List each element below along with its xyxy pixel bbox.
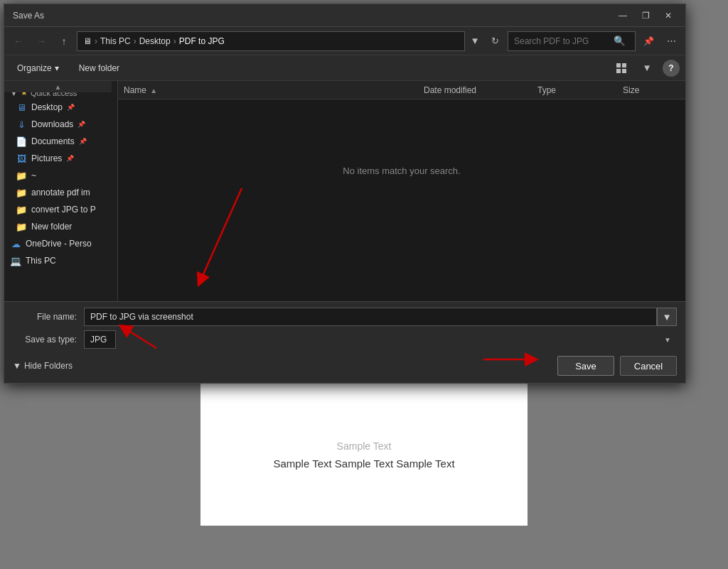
sidebar-newfolder-label: New folder (31, 222, 72, 232)
breadcrumb-sep3: › (173, 36, 176, 46)
restore-button[interactable]: ❐ (634, 4, 657, 27)
folder-icon-convert: 📁 (16, 204, 27, 215)
close-button[interactable]: ✕ (657, 4, 680, 27)
refresh-button[interactable]: ↻ (485, 31, 505, 51)
breadcrumb-desktop[interactable]: Desktop (139, 36, 171, 46)
column-size[interactable]: Size (623, 85, 680, 95)
action-buttons: Save Cancel (557, 356, 677, 376)
svg-rect-3 (622, 69, 626, 73)
hide-folders-label: Hide Folders (24, 361, 73, 371)
background-document: Sample Text Sample Text Sample Text Samp… (0, 376, 728, 569)
pictures-icon: 🖼 (16, 153, 27, 164)
sort-arrow-icon: ▲ (150, 87, 157, 94)
main-content: ▲ ▼ ★ Quick access 🖥 Desktop 📌 ⇓ Downloa… (4, 81, 685, 301)
filetype-select-wrapper: JPG PNG BMP TIFF ▼ (84, 330, 677, 349)
pin-icon-downloads: 📌 (77, 121, 85, 128)
sidebar-item-tilde[interactable]: 📁 ~ (4, 167, 117, 184)
sidebar-pictures-label: Pictures (31, 153, 62, 163)
more-options-button[interactable]: ⋯ (661, 31, 681, 51)
bottom-form: File name: ▼ Save as type: JPG PNG BMP T… (4, 301, 685, 383)
no-items-message: No items match your search. (118, 99, 685, 242)
documents-icon: 📄 (16, 136, 27, 147)
sidebar-item-thispc[interactable]: 💻 This PC (4, 252, 117, 269)
sidebar-scroll-up[interactable]: ▲ (4, 81, 112, 92)
breadcrumb-root-icon: 🖥 (83, 36, 92, 46)
filename-dropdown-button[interactable]: ▼ (657, 308, 677, 326)
organize-button[interactable]: Organize ▾ (10, 59, 66, 77)
svg-rect-2 (616, 69, 621, 73)
column-date-modified[interactable]: Date modified (424, 85, 537, 95)
view-toggle-button[interactable] (611, 58, 631, 78)
column-name[interactable]: Name ▲ (124, 85, 424, 95)
organize-arrow: ▾ (55, 63, 59, 73)
file-list: Name ▲ Date modified Type Size No items … (118, 81, 685, 301)
sidebar-downloads-label: Downloads (31, 119, 73, 129)
breadcrumb-current[interactable]: PDF to JPG (179, 36, 225, 46)
sidebar-item-downloads[interactable]: ⇓ Downloads 📌 (4, 116, 117, 133)
breadcrumb-sep1: › (95, 36, 97, 46)
filename-label: File name: (13, 312, 84, 322)
doc-faded-text: Sample Text (337, 440, 392, 452)
sidebar-desktop-label: Desktop (31, 102, 63, 112)
filetype-select[interactable]: JPG PNG BMP TIFF (84, 330, 116, 349)
addressbar: ← → ↑ 🖥 › This PC › Desktop › PDF to JPG… (4, 27, 685, 55)
onedrive-icon: ☁ (10, 238, 21, 249)
minimize-button[interactable]: — (611, 4, 634, 27)
column-type[interactable]: Type (537, 85, 623, 95)
sidebar-annotate-label: annotate pdf im (31, 188, 90, 197)
filename-row: File name: ▼ (13, 308, 677, 326)
sidebar: ▲ ▼ ★ Quick access 🖥 Desktop 📌 ⇓ Downloa… (4, 81, 118, 301)
nav-forward-button[interactable]: → (31, 31, 51, 51)
filename-input[interactable] (84, 308, 657, 326)
sidebar-thispc-label: This PC (26, 256, 56, 266)
hide-folders-button[interactable]: ▼ Hide Folders (13, 361, 73, 371)
sidebar-documents-label: Documents (31, 136, 75, 146)
document-paper: Sample Text Sample Text Sample Text Samp… (200, 384, 528, 526)
desktop-icon: 🖥 (16, 102, 27, 113)
breadcrumb-sep2: › (134, 36, 136, 46)
filetype-row: Save as type: JPG PNG BMP TIFF ▼ (13, 330, 677, 349)
file-list-header: Name ▲ Date modified Type Size (118, 81, 685, 99)
breadcrumb-dropdown-button[interactable]: ▼ (468, 31, 482, 51)
help-button[interactable]: ? (663, 60, 680, 77)
sidebar-item-newfolder[interactable]: 📁 New folder (4, 218, 117, 235)
titlebar-buttons: — ❐ ✕ (611, 4, 680, 27)
folder-icon-tilde: 📁 (16, 170, 27, 181)
pin-icon-desktop: 📌 (67, 104, 75, 111)
filetype-dropdown-arrow-icon: ▼ (664, 336, 671, 344)
sidebar-item-convert[interactable]: 📁 convert JPG to P (4, 201, 117, 218)
thispc-icon: 💻 (10, 255, 21, 266)
breadcrumb-bar[interactable]: 🖥 › This PC › Desktop › PDF to JPG (77, 31, 465, 51)
sidebar-item-pictures[interactable]: 🖼 Pictures 📌 (4, 150, 117, 167)
sidebar-onedrive-label: OneDrive - Perso (26, 239, 92, 249)
search-button[interactable]: 🔍 (611, 33, 628, 50)
nav-up-button[interactable]: ↑ (54, 31, 74, 51)
filetype-label: Save as type: (13, 335, 84, 345)
chevron-down-icon-hide: ▼ (13, 361, 21, 371)
new-folder-button[interactable]: New folder (72, 59, 127, 77)
pin-to-taskbar-button[interactable]: 📌 (638, 31, 658, 51)
svg-rect-1 (622, 63, 626, 67)
sidebar-item-annotate[interactable]: 📁 annotate pdf im (4, 184, 117, 201)
sidebar-tilde-label: ~ (31, 170, 36, 180)
search-box: 🔍 (508, 31, 636, 51)
sidebar-item-onedrive[interactable]: ☁ OneDrive - Perso (4, 235, 117, 252)
bottom-actions: ▼ Hide Folders Save Cancel (13, 353, 677, 377)
doc-main-text: Sample Text Sample Text Sample Text (273, 457, 454, 470)
titlebar-title: Save As (10, 11, 611, 21)
downloads-icon: ⇓ (16, 119, 27, 130)
breadcrumb-thispc[interactable]: This PC (100, 36, 131, 46)
sidebar-item-desktop[interactable]: 🖥 Desktop 📌 (4, 99, 117, 116)
sidebar-item-documents[interactable]: 📄 Documents 📌 (4, 133, 117, 150)
search-input[interactable] (514, 36, 606, 46)
folder-icon-annotate: 📁 (16, 187, 27, 198)
view-dropdown-button[interactable]: ▼ (637, 58, 657, 78)
nav-back-button[interactable]: ← (9, 31, 28, 51)
pin-icon-documents: 📌 (79, 138, 87, 145)
new-folder-label: New folder (79, 63, 119, 73)
cancel-button[interactable]: Cancel (620, 356, 677, 376)
save-button[interactable]: Save (557, 356, 614, 376)
svg-rect-0 (616, 63, 621, 67)
folder-icon-new: 📁 (16, 221, 27, 232)
sidebar-convert-label: convert JPG to P (31, 205, 96, 215)
